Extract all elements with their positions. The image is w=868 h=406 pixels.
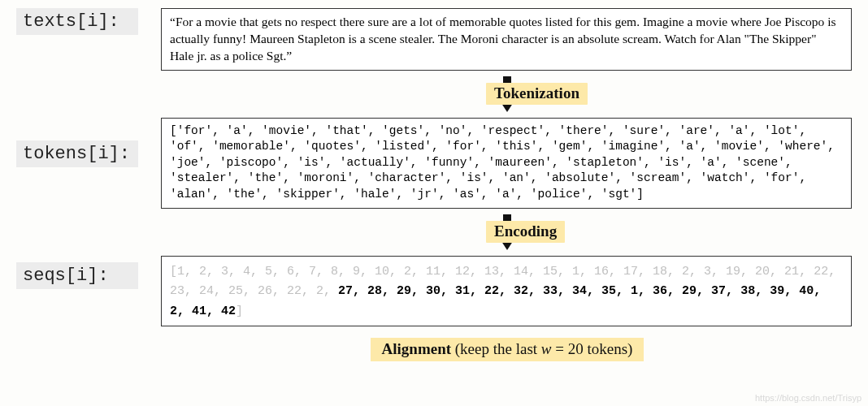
tokenization-arrow-row: Tokenization [0, 71, 868, 118]
alignment-bold: Alignment [382, 340, 452, 357]
encoding-arrow-row: Encoding [0, 209, 868, 256]
texts-label: texts[i]: [16, 8, 138, 35]
seqs-row: seqs[i]: [1, 2, 3, 4, 5, 6, 7, 8, 9, 10,… [0, 256, 868, 327]
tokens-label: tokens[i]: [16, 140, 138, 167]
alignment-row: Alignment (keep the last w = 20 tokens) [0, 338, 868, 361]
seqs-label: seqs[i]: [16, 262, 138, 289]
alignment-label: Alignment (keep the last w = 20 tokens) [371, 338, 644, 361]
encoding-label: Encoding [486, 221, 565, 243]
texts-row: texts[i]: “For a movie that gets no resp… [0, 8, 868, 71]
watermark: https://blog.csdn.net/Trisyp [755, 393, 861, 403]
alignment-suffix: = 20 tokens) [552, 340, 633, 357]
seqs-suffix: ] [236, 304, 243, 318]
alignment-italic: w [541, 340, 552, 357]
alignment-prefix: (keep the last [451, 340, 541, 357]
tokens-row: tokens[i]: ['for', 'a', 'movie', 'that',… [0, 118, 868, 209]
seqs-box: [1, 2, 3, 4, 5, 6, 7, 8, 9, 10, 2, 11, 1… [161, 256, 852, 327]
tokenization-label: Tokenization [486, 83, 588, 105]
texts-box: “For a movie that gets no respect there … [161, 8, 852, 71]
tokens-box: ['for', 'a', 'movie', 'that', 'gets', 'n… [161, 118, 852, 209]
